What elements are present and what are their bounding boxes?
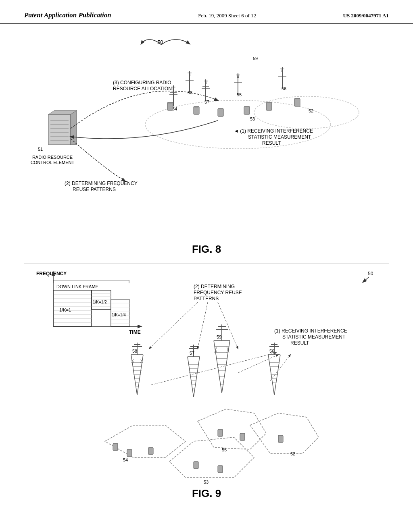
svg-rect-177 bbox=[240, 433, 245, 441]
svg-rect-56 bbox=[266, 102, 272, 110]
svg-text:RADIO RESOURCE: RADIO RESOURCE bbox=[32, 155, 73, 160]
publication-date-sheet: Feb. 19, 2009 Sheet 6 of 12 bbox=[198, 12, 256, 19]
section-divider bbox=[24, 264, 389, 264]
svg-text:59: 59 bbox=[253, 56, 258, 61]
svg-text:FREQUENCY: FREQUENCY bbox=[36, 271, 67, 276]
svg-text:RESOURCE ALLOCATION: RESOURCE ALLOCATION bbox=[113, 86, 172, 91]
svg-marker-46 bbox=[282, 67, 283, 72]
svg-rect-175 bbox=[148, 447, 153, 455]
svg-line-99 bbox=[218, 302, 238, 349]
svg-rect-180 bbox=[218, 466, 223, 473]
svg-rect-178 bbox=[278, 435, 283, 443]
svg-rect-174 bbox=[127, 449, 132, 457]
svg-text:56: 56 bbox=[282, 86, 286, 91]
svg-text:PATTERNS: PATTERNS bbox=[194, 296, 219, 301]
svg-line-97 bbox=[149, 302, 198, 349]
svg-text:CONTROL ELEMENT: CONTROL ELEMENT bbox=[31, 160, 75, 165]
svg-text:DOWN LINK FRAME: DOWN LINK FRAME bbox=[56, 284, 98, 289]
svg-text:STATISTIC MEASUREMENT: STATISTIC MEASUREMENT bbox=[248, 134, 311, 140]
svg-text:FREQUENCY REUSE: FREQUENCY REUSE bbox=[194, 290, 242, 295]
svg-text:52: 52 bbox=[309, 108, 313, 113]
page-header: Patent Application Publication Feb. 19, … bbox=[0, 0, 413, 24]
svg-text:1/K=1/4: 1/K=1/4 bbox=[112, 313, 126, 317]
svg-text:50: 50 bbox=[368, 271, 373, 276]
svg-marker-31 bbox=[205, 79, 206, 84]
svg-marker-167 bbox=[169, 437, 254, 478]
svg-marker-165 bbox=[105, 425, 186, 457]
svg-text:56: 56 bbox=[269, 349, 274, 353]
svg-rect-176 bbox=[218, 429, 223, 436]
svg-text:(2) DETERMINING: (2) DETERMINING bbox=[194, 284, 235, 289]
main-content: 50 51 RADIO RESOURCE CONT bbox=[0, 24, 413, 524]
svg-text:(2) DETERMINING FREQUENCY: (2) DETERMINING FREQUENCY bbox=[65, 181, 138, 186]
svg-text:1/K=1/2: 1/K=1/2 bbox=[93, 300, 107, 304]
svg-text:(3) CONFIGURING RADIO: (3) CONFIGURING RADIO bbox=[113, 80, 171, 85]
svg-rect-55 bbox=[244, 106, 250, 114]
svg-text:RESULT: RESULT bbox=[290, 340, 309, 346]
fig9-section: FREQUENCY 50 DOWN LINK FRAME 1/K=1 bbox=[24, 268, 389, 502]
fig8-section: 50 51 RADIO RESOURCE CONT bbox=[24, 32, 389, 262]
svg-rect-54 bbox=[218, 108, 223, 116]
svg-line-100 bbox=[270, 355, 290, 381]
svg-rect-179 bbox=[194, 461, 198, 469]
svg-text:58: 58 bbox=[132, 349, 137, 353]
svg-text:REUSE PATTERNS: REUSE PATTERNS bbox=[73, 187, 116, 192]
svg-marker-25 bbox=[173, 85, 174, 90]
svg-text:58: 58 bbox=[188, 90, 192, 95]
svg-rect-173 bbox=[113, 443, 118, 451]
svg-marker-41 bbox=[237, 73, 239, 78]
svg-rect-1 bbox=[48, 114, 71, 145]
svg-rect-57 bbox=[294, 98, 300, 106]
svg-text:53: 53 bbox=[204, 480, 209, 484]
svg-point-14 bbox=[254, 96, 359, 129]
svg-text:1/K=1: 1/K=1 bbox=[59, 308, 71, 312]
svg-text:(1) RECEIVING  INTERFERENCE: (1) RECEIVING INTERFERENCE bbox=[274, 328, 347, 334]
svg-text:51: 51 bbox=[38, 147, 43, 152]
svg-marker-171 bbox=[250, 413, 319, 453]
svg-marker-169 bbox=[198, 409, 266, 449]
svg-text:52: 52 bbox=[290, 451, 295, 456]
svg-text:57: 57 bbox=[190, 351, 194, 355]
svg-text:59: 59 bbox=[217, 335, 221, 339]
publication-title: Patent Application Publication bbox=[24, 11, 111, 19]
svg-text:◄ (1) RECEIVING  INTERFERENCE: ◄ (1) RECEIVING INTERFERENCE bbox=[234, 128, 313, 134]
publication-number: US 2009/0047971 A1 bbox=[343, 12, 389, 19]
svg-text:55: 55 bbox=[237, 92, 242, 97]
svg-text:STATISTIC MEASUREMENT: STATISTIC MEASUREMENT bbox=[282, 334, 346, 340]
svg-text:TIME: TIME bbox=[129, 329, 141, 335]
svg-text:53: 53 bbox=[250, 116, 255, 121]
svg-line-98 bbox=[198, 302, 208, 349]
svg-text:54: 54 bbox=[123, 457, 128, 462]
svg-text:RESULT: RESULT bbox=[262, 140, 281, 146]
svg-text:55: 55 bbox=[222, 447, 227, 452]
svg-line-102 bbox=[151, 353, 276, 385]
svg-marker-36 bbox=[189, 71, 190, 76]
svg-text:57: 57 bbox=[204, 100, 209, 104]
